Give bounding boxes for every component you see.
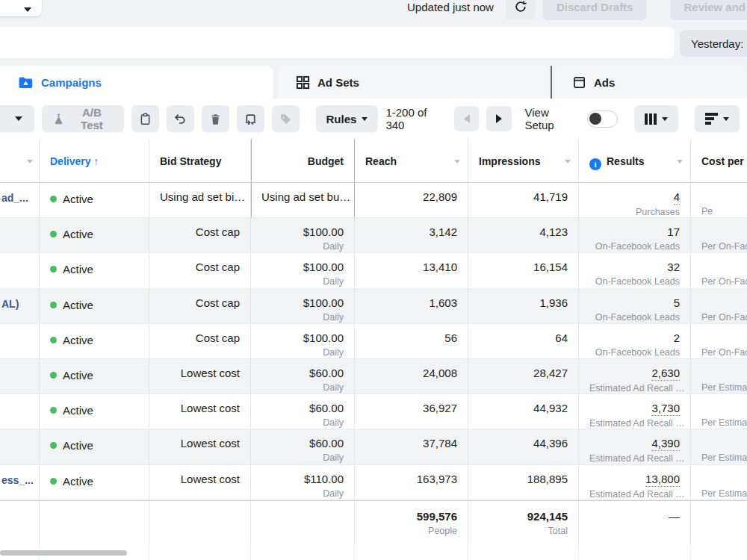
delivery-status-text: Active xyxy=(63,475,93,488)
column-header-budget[interactable]: Budget xyxy=(251,139,355,182)
horizontal-scrollbar[interactable] xyxy=(0,550,127,556)
edit-dropdown-button[interactable] xyxy=(0,105,34,132)
delivery-cell: Active xyxy=(40,359,149,393)
delivery-status-text: Active xyxy=(63,193,93,205)
column-header-bid-strategy[interactable]: Bid Strategy xyxy=(149,139,251,182)
budget-cell: $60.00 Daily xyxy=(251,394,355,429)
cost-per-result-cell: Per On-Fac xyxy=(691,253,747,287)
results-cell: 4,390 Estimated Ad Recall … xyxy=(579,429,691,464)
date-range-button[interactable]: Yesterday: M xyxy=(680,30,747,57)
top-action-bar: Updated just now Discard Drafts Review a… xyxy=(0,0,747,22)
reach-cell: 22,809 xyxy=(355,183,468,217)
bid-strategy-cell: Cost cap xyxy=(149,253,251,287)
breakdown-dropdown-button[interactable] xyxy=(695,105,740,132)
table-row[interactable]: Active Cost cap $100.00 Daily 13,410 16,… xyxy=(0,253,747,288)
tab-campaigns[interactable]: Campaigns xyxy=(0,66,273,99)
search-input[interactable] xyxy=(0,27,675,58)
columns-dropdown-button[interactable] xyxy=(634,105,678,132)
active-status-dot-icon xyxy=(50,337,57,343)
reach-total-cell: 599,576 People xyxy=(355,501,468,545)
trash-icon xyxy=(209,113,222,125)
clipboard-icon xyxy=(139,113,152,125)
table-row[interactable]: Active Cost cap $100.00 Daily 3,142 4,12… xyxy=(0,218,747,253)
impressions-cell: 44,396 xyxy=(468,429,579,464)
cost-per-result-cell: Per On-Face xyxy=(691,218,747,252)
campaign-name-link[interactable]: ess_... xyxy=(1,474,34,486)
active-status-dot-icon xyxy=(50,372,57,379)
delivery-cell: Active xyxy=(40,218,149,252)
column-header-name[interactable] xyxy=(0,139,40,182)
cost-per-result-cell: Pe xyxy=(691,183,747,217)
table-row[interactable]: Active Lowest cost $60.00 Daily 37,784 4… xyxy=(0,429,747,464)
refresh-button[interactable] xyxy=(506,0,536,20)
budget-cell: $100.00 Daily xyxy=(251,289,355,323)
budget-cell: $60.00 Daily xyxy=(251,429,355,464)
reach-cell: 3,142 xyxy=(355,218,468,252)
table-row[interactable]: AL) Active Cost cap $100.00 Daily 1,603 … xyxy=(0,289,747,324)
ads-page-icon xyxy=(572,75,586,90)
review-and-publish-button[interactable]: Review and xyxy=(670,0,747,20)
view-setup-toggle[interactable] xyxy=(587,111,618,128)
column-header-results[interactable]: iResults xyxy=(579,139,691,182)
campaign-name-link[interactable]: ad_... xyxy=(1,192,28,204)
table-row[interactable]: ad_... Active Using ad set bi… Using ad … xyxy=(0,183,747,218)
results-total-cell: — xyxy=(579,501,691,545)
tab-divider xyxy=(551,66,552,99)
previous-page-button[interactable] xyxy=(454,106,479,131)
impressions-cell: 64 xyxy=(468,324,579,358)
impressions-cell: 41,719 xyxy=(468,183,579,217)
updated-status-text: Updated just now xyxy=(407,1,494,13)
impressions-cell: 1,936 xyxy=(468,289,579,323)
tab-ads[interactable]: Ads xyxy=(554,66,747,99)
campaign-name-cell xyxy=(0,429,40,464)
cost-per-result-cell: Per Estimat xyxy=(691,359,747,393)
column-header-cost-per-result[interactable]: Cost per R xyxy=(691,139,747,182)
chevron-down-icon xyxy=(677,160,683,164)
table-row[interactable]: Active Lowest cost $60.00 Daily 36,927 4… xyxy=(0,394,747,429)
breakdown-icon xyxy=(705,113,718,125)
ab-test-label: A/B Test xyxy=(70,106,113,131)
rules-dropdown-button[interactable]: Rules xyxy=(316,105,379,132)
tab-ad-sets[interactable]: Ad Sets xyxy=(278,66,549,99)
bid-strategy-cell: Cost cap xyxy=(149,218,251,252)
column-header-impressions[interactable]: Impressions xyxy=(468,139,579,182)
column-header-delivery[interactable]: Delivery ↑ xyxy=(40,139,149,182)
table-row[interactable]: Active Lowest cost $60.00 Daily 24,008 2… xyxy=(0,359,747,394)
table-row[interactable]: Active Cost cap $100.00 Daily 56 64 2 On… xyxy=(0,324,747,359)
chevron-down-icon xyxy=(662,117,668,121)
delete-button[interactable] xyxy=(202,105,229,132)
undo-button[interactable] xyxy=(167,105,194,132)
results-cell: 2,630 Estimated Ad Recall … xyxy=(579,359,691,393)
account-dropdown-button[interactable] xyxy=(0,0,42,16)
results-cell: 4 Purchases xyxy=(579,183,691,217)
bid-strategy-cell: Lowest cost xyxy=(149,465,251,500)
ab-test-button[interactable]: A/B Test xyxy=(42,105,123,132)
tab-ad-sets-label: Ad Sets xyxy=(317,76,359,89)
bid-strategy-cell: Using ad set bi… xyxy=(149,183,251,217)
ad-sets-grid-icon xyxy=(296,75,310,90)
export-button[interactable] xyxy=(237,105,264,132)
delivery-status-text: Active xyxy=(63,263,93,276)
reach-cell: 56 xyxy=(355,324,468,358)
active-status-dot-icon xyxy=(50,266,57,273)
active-status-dot-icon xyxy=(50,407,57,414)
active-status-dot-icon xyxy=(50,442,57,449)
active-status-dot-icon xyxy=(50,231,57,237)
column-header-reach[interactable]: Reach xyxy=(355,139,468,182)
columns-icon xyxy=(645,113,657,125)
table-row[interactable]: ess_... Active Lowest cost $110.00 Daily… xyxy=(0,465,747,500)
results-cell: 13,800 Estimated Ad Recall … xyxy=(579,465,691,500)
table-header-row: Delivery ↑ Bid Strategy Budget Reach Imp… xyxy=(0,139,747,183)
tab-campaigns-label: Campaigns xyxy=(41,76,102,89)
info-icon[interactable]: i xyxy=(589,158,601,170)
discard-drafts-button[interactable]: Discard Drafts xyxy=(543,0,647,20)
table-totals-row: 599,576 People 924,145 Total — xyxy=(0,500,747,545)
next-page-button[interactable] xyxy=(486,106,511,131)
campaign-name-link[interactable]: AL) xyxy=(1,298,19,310)
refresh-icon xyxy=(514,0,527,13)
duplicate-button[interactable] xyxy=(131,105,159,132)
table-body: ad_... Active Using ad set bi… Using ad … xyxy=(0,183,747,500)
chevron-down-icon xyxy=(24,7,31,12)
active-status-dot-icon xyxy=(50,302,57,308)
tag-button[interactable] xyxy=(272,105,300,132)
